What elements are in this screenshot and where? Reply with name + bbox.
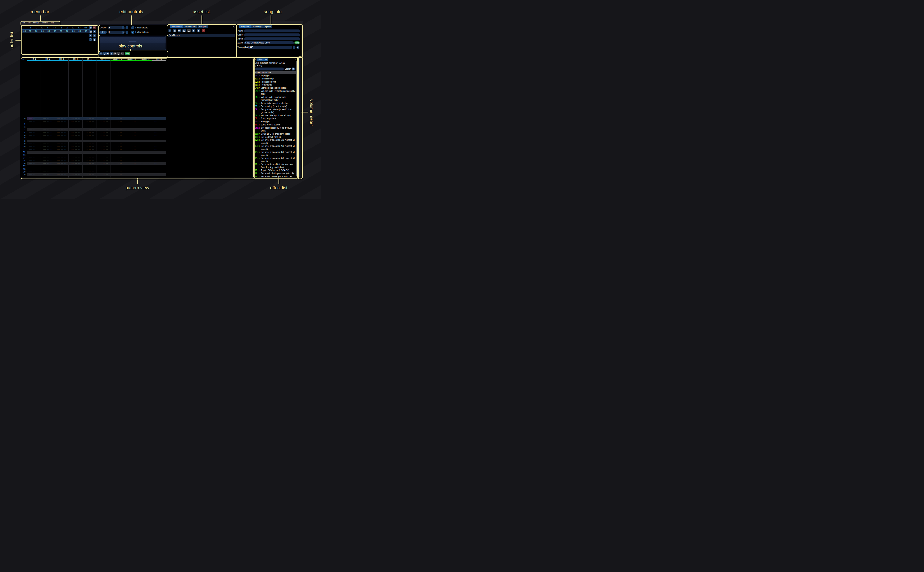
effect-row[interactable]: 17xxToggle PCM mode (LEGACY) — [254, 169, 296, 172]
octave-plus-button[interactable]: + — [126, 26, 128, 29]
pattern-cell[interactable]: ··· ·· ·· ···· — [83, 137, 97, 140]
effect-row[interactable]: 02xxPitch slide down — [254, 81, 296, 84]
pattern-cell[interactable]: ··· ·· ·· ···· — [110, 168, 124, 170]
effect-row[interactable]: 03xxPortamento — [254, 84, 296, 86]
pattern-cell[interactable]: ··· ·· ·· ···· — [83, 173, 97, 176]
pattern-cell[interactable]: ··· ·· ·· ···· — [124, 148, 138, 151]
pattern-cell[interactable]: ··· ·· ·· ···· — [138, 137, 152, 140]
pattern-cell[interactable]: ··· ·· ·· ···· — [27, 142, 41, 145]
step-minus-button[interactable]: - — [122, 31, 125, 34]
follow-orders-checkbox[interactable]: ✓ — [131, 26, 134, 29]
pattern-cell[interactable]: ··· ·· ·· ···· — [97, 134, 111, 137]
tab-song-subsongs[interactable]: Subsongs — [251, 25, 263, 28]
order-cell[interactable]: 00 — [27, 30, 33, 33]
pattern-cell[interactable]: ··· ·· ·· ···· — [27, 162, 41, 165]
pattern-cell[interactable]: ··· ·· ·· ···· — [83, 154, 97, 156]
effect-row[interactable]: 10xySetup LFO (x: enable; y: speed) — [254, 132, 296, 135]
pattern-cell[interactable]: ··· ·· ·· ···· — [41, 128, 55, 131]
close-icon[interactable] — [232, 25, 235, 28]
pattern-cell[interactable]: ··· ·· ·· ···· — [138, 165, 152, 168]
close-icon[interactable] — [298, 25, 300, 28]
poly-toggle-button[interactable]: Poly — [125, 52, 130, 55]
pattern-cell[interactable]: ··· ·· ·· ···· — [27, 156, 41, 159]
pattern-cell[interactable]: ··· ·· ·· ···· — [152, 120, 166, 123]
pattern-cell[interactable]: ··· ·· ·· ···· — [124, 120, 138, 123]
pattern-cell[interactable]: ··· ·· ·· ···· — [138, 134, 152, 137]
pattern-cell[interactable]: ··· ·· ·· ···· — [110, 151, 124, 154]
effect-row[interactable]: 04xyVibrato (x: speed; y: depth) — [254, 87, 296, 90]
pattern-cell[interactable]: ··· ·· ·· ···· — [138, 120, 152, 123]
effect-row[interactable]: 14xxSet level of operator 3 (0 highest, … — [254, 151, 296, 157]
pattern-cell[interactable]: ··· ·· ·· ···· — [27, 137, 41, 140]
record-button[interactable] — [114, 52, 117, 55]
pattern-cell[interactable]: ··· ·· ·· ···· — [138, 148, 152, 151]
pattern-cell[interactable]: ··· ·· ·· ···· — [55, 140, 69, 142]
pattern-cell[interactable]: ··· ·· ·· ···· — [124, 140, 138, 142]
asset-open-button[interactable] — [178, 29, 181, 33]
pattern-cell[interactable]: ··· ·· ·· ···· — [97, 159, 111, 162]
pattern-cell[interactable]: ··· ·· ·· ···· — [138, 156, 152, 159]
step-plus-button[interactable]: + — [126, 31, 128, 34]
pattern-cell[interactable]: ··· ·· ·· ···· — [69, 120, 83, 123]
pattern-cell[interactable]: ··· ·· ·· ···· — [97, 170, 111, 173]
album-input[interactable] — [244, 37, 300, 40]
order-duplicate-button[interactable] — [89, 30, 92, 33]
pattern-cell[interactable]: ··· ·· ·· ···· — [27, 168, 41, 170]
pattern-cell[interactable]: ··· ·· ·· ···· — [41, 145, 55, 148]
collapse-icon[interactable]: ▼ — [237, 25, 239, 28]
effect-row[interactable]: 0AxyVolume slide (0y: down; x0: up) — [254, 114, 296, 117]
collapse-icon[interactable]: ▼ — [168, 25, 170, 28]
pattern-cell[interactable]: ··· ·· ·· ···· — [83, 140, 97, 142]
pattern-cell[interactable]: ··· ·· ·· ···· — [69, 128, 83, 131]
pattern-cell[interactable]: ··· ·· ·· ···· — [41, 170, 55, 173]
pattern-cell[interactable]: ··· ·· ·· ···· — [55, 142, 69, 145]
effect-row[interactable]: 07xyTremolo (x: speed; y: depth) — [254, 102, 296, 105]
pattern-cell[interactable]: ··· ·· ·· ···· — [110, 170, 124, 173]
effect-row[interactable]: 0FxxSet speed (speed 2 if no groovesexis… — [254, 126, 296, 132]
scrollbar-track[interactable] — [296, 61, 297, 177]
order-remove-button[interactable] — [93, 26, 96, 29]
pattern-cell[interactable]: ··· ·· ·· ···· — [55, 120, 69, 123]
menu-item-edit[interactable]: edit — [28, 22, 31, 24]
effect-row[interactable]: 08xySet panning (x: left; y: right) — [254, 105, 296, 108]
pattern-cell[interactable]: ··· ·· ·· ···· — [97, 168, 111, 170]
pattern-cell[interactable]: ··· ·· ·· ···· — [124, 123, 138, 126]
pattern-cell[interactable]: ··· ·· ·· ···· — [124, 156, 138, 159]
pattern-cell[interactable]: ··· ·· ·· ···· — [83, 145, 97, 148]
asset-duplicate-button[interactable] — [173, 29, 176, 33]
auto-system-button[interactable]: Auto — [294, 41, 300, 44]
pattern-cell[interactable]: ··· ·· ·· ···· — [124, 128, 138, 131]
pattern-cell[interactable]: ··· ·· ·· ···· — [152, 142, 166, 145]
effect-row[interactable]: 12xxSet level of operator 1 (0 highest, … — [254, 138, 296, 145]
play-from-cursor-button[interactable] — [106, 52, 109, 55]
pattern-cell[interactable]: ··· ·· ·· ···· — [83, 148, 97, 151]
pattern-cell[interactable]: ··· ·· ·· ···· — [83, 134, 97, 137]
order-move-bottom-button[interactable] — [93, 34, 96, 37]
order-move-down-button[interactable] — [89, 34, 92, 37]
pattern-cell[interactable]: ··· ·· ·· ···· — [83, 123, 97, 126]
pattern-cell[interactable]: ··· ·· ·· ···· — [97, 154, 111, 156]
tab-song-speed[interactable]: Speed — [263, 25, 272, 28]
channel-header-square-3[interactable]: Square 3 — [138, 58, 152, 60]
pattern-cell[interactable]: ··· ·· ·· ···· — [97, 151, 111, 154]
pattern-cell[interactable]: ··· ·· ·· ···· — [110, 117, 124, 120]
tuning-plus-button[interactable]: + — [296, 46, 299, 49]
play-pattern-button[interactable] — [103, 52, 106, 55]
order-cell[interactable]: 00 — [58, 30, 64, 33]
pattern-cell[interactable]: ··· ·· ·· ···· — [41, 156, 55, 159]
pattern-cell[interactable]: ··· ·· ·· ···· — [152, 123, 166, 126]
pattern-cell[interactable]: ··· ·· ·· ···· — [110, 140, 124, 142]
pattern-cell[interactable]: ··· ·· ·· ···· — [55, 156, 69, 159]
tab-song-song-info[interactable]: Song Info — [239, 25, 251, 28]
asset-tree-button[interactable] — [187, 29, 191, 33]
pattern-cell[interactable]: ··· ·· ·· ···· — [152, 156, 166, 159]
pattern-cell[interactable]: ··· ·· ·· ···· — [55, 173, 69, 176]
pattern-cell[interactable]: ··· ·· ·· ···· — [97, 117, 111, 120]
pattern-cell[interactable]: ··· ·· ·· ···· — [124, 162, 138, 165]
pattern-cell[interactable]: ··· ·· ·· ···· — [110, 148, 124, 151]
pattern-cell[interactable]: ··· ·· ·· ···· — [97, 126, 111, 128]
pattern-cell[interactable]: ··· ·· ·· ···· — [69, 159, 83, 162]
tab-asset-samples[interactable]: Samples — [198, 25, 208, 28]
metronome-button[interactable] — [117, 52, 120, 55]
pattern-cell[interactable]: ··· ·· ·· ···· — [124, 137, 138, 140]
